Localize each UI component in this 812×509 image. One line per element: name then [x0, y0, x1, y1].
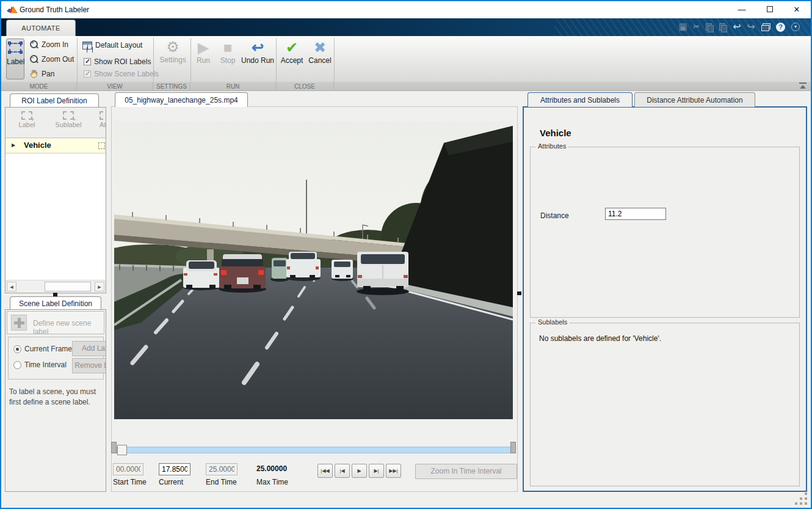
copy-icon[interactable]: [706, 23, 713, 31]
run-button[interactable]: ▶ Run: [194, 40, 212, 65]
remove-label-button[interactable]: Remove Label: [72, 358, 106, 373]
define-scene-label-text: Define new scene label: [33, 319, 104, 336]
scroll-left-icon[interactable]: ◀: [7, 282, 16, 291]
current-time-field[interactable]: [159, 463, 190, 475]
max-time-label: Max Time: [256, 478, 288, 486]
goto-first-frame-button[interactable]: |◀◀: [317, 464, 333, 478]
help-icon[interactable]: ?: [776, 23, 785, 32]
section-close: CLOSE: [276, 82, 334, 90]
close-button[interactable]: ✕: [786, 4, 807, 16]
pan-label: Pan: [42, 70, 54, 78]
radio-selected-icon: [13, 345, 21, 353]
add-label-button[interactable]: Add Label: [72, 341, 106, 356]
roi-attribute-button[interactable]: Attribute: [96, 109, 106, 136]
goto-last-frame-button[interactable]: ▶▶|: [386, 464, 401, 478]
show-roi-labels-checkbox[interactable]: Show ROI Labels: [84, 57, 151, 66]
toolbar-dropdown-icon[interactable]: ▾: [791, 23, 800, 31]
accept-check-icon: ✔: [278, 40, 305, 56]
start-time-field[interactable]: [113, 463, 143, 475]
zoom-out-button[interactable]: − Zoom Out: [29, 54, 74, 64]
current-frame-label: Current Frame: [24, 345, 72, 353]
roi-label-icon: [21, 111, 32, 120]
roi-label-definition-panel: Label Sublabel Attribute ▶ Vehicle ◀ ▶: [5, 107, 106, 293]
redo-icon[interactable]: ↪: [747, 21, 755, 33]
ribbon-tab-automate[interactable]: AUTOMATE: [6, 20, 76, 36]
gear-icon: ⚙: [157, 39, 189, 55]
stop-button[interactable]: ■ Stop: [219, 40, 237, 65]
collapse-ribbon-icon[interactable]: [799, 82, 807, 89]
timeline-thumb[interactable]: [117, 445, 127, 455]
cancel-button[interactable]: ✖ Cancel: [306, 40, 333, 65]
tab-distance-attribute-automation[interactable]: Distance Attribute Automation: [634, 92, 755, 107]
end-time-field[interactable]: [206, 463, 237, 475]
previous-frame-button[interactable]: |◀: [335, 464, 350, 478]
resize-grip[interactable]: [795, 493, 808, 505]
sublabels-fieldset: Sublabels No sublabels are defined for '…: [530, 323, 800, 486]
label-mode-button[interactable]: Label: [6, 38, 24, 79]
accept-label: Accept: [278, 56, 305, 65]
video-source-tab[interactable]: 05_highway_lanechange_25s.mp4: [115, 92, 248, 107]
roi-sublabel-icon: [63, 111, 74, 120]
matlab-logo-icon: [7, 5, 18, 15]
vehicle-color-swatch: [530, 128, 535, 139]
roi-sublabel-button[interactable]: Sublabel: [51, 109, 86, 136]
time-interval-radio[interactable]: Time Interval: [13, 361, 67, 369]
stop-label: Stop: [219, 56, 237, 65]
timeline-track[interactable]: [117, 447, 511, 453]
paste-icon[interactable]: [719, 23, 727, 31]
scrollbar-thumb[interactable]: [45, 282, 91, 291]
end-time-label: End Time: [206, 478, 237, 486]
maximize-button[interactable]: [759, 4, 780, 16]
scroll-right-icon[interactable]: ▶: [95, 282, 104, 291]
scene-label-definition-tab[interactable]: Scene Label Definition: [10, 296, 101, 310]
roi-horizontal-scrollbar[interactable]: ◀ ▶: [5, 280, 106, 293]
time-interval-label: Time Interval: [24, 361, 67, 369]
pan-button[interactable]: Pan: [29, 69, 54, 78]
max-time-value: 25.00000: [256, 464, 287, 473]
save-icon[interactable]: [679, 23, 687, 31]
settings-button[interactable]: ⚙ Settings: [157, 39, 189, 64]
current-frame-radio[interactable]: Current Frame: [13, 345, 72, 353]
roi-dashed-box-icon[interactable]: [98, 142, 105, 149]
section-separator: [276, 38, 277, 82]
section-separator: [77, 38, 78, 82]
roi-item-list[interactable]: [5, 154, 106, 280]
roi-label-caption: Label: [9, 121, 45, 128]
run-label: Run: [194, 56, 212, 65]
tab-attributes-and-sublabels[interactable]: Attributes and Sublabels: [527, 92, 633, 107]
roi-rect-icon: [9, 43, 21, 53]
define-scene-label-button[interactable]: Define new scene label: [7, 311, 104, 334]
section-separator: [334, 38, 335, 82]
undo-icon[interactable]: ↩: [733, 21, 741, 33]
default-layout-button[interactable]: Default Layout: [82, 41, 142, 49]
show-scene-labels-checkbox[interactable]: Show Scene Labels: [84, 70, 159, 78]
zoom-out-icon: −: [29, 54, 38, 64]
expander-icon[interactable]: ▶: [12, 142, 15, 148]
layout-windows-icon[interactable]: [761, 23, 770, 31]
scene-apply-group: Current Frame Time Interval Add Label Re…: [8, 337, 104, 379]
panel-splitter-handle[interactable]: [517, 291, 521, 295]
accept-button[interactable]: ✔ Accept: [278, 40, 305, 65]
roi-toolbar: Label Sublabel Attribute: [5, 108, 106, 138]
interval-start-handle[interactable]: [111, 442, 117, 453]
distance-input[interactable]: [605, 208, 666, 220]
next-frame-button[interactable]: ▶|: [369, 464, 384, 478]
cut-icon[interactable]: ✂: [693, 21, 700, 33]
roi-item-vehicle[interactable]: ▶ Vehicle: [5, 139, 106, 153]
interval-end-handle[interactable]: [510, 442, 516, 453]
video-frame[interactable]: [114, 121, 513, 419]
section-separator: [190, 38, 191, 82]
start-time-label: Start Time: [113, 478, 147, 486]
roi-label-definition-tab[interactable]: ROI Label Definition: [10, 93, 99, 108]
minimize-button[interactable]: —: [731, 4, 752, 16]
video-annotations: [114, 121, 513, 419]
zoom-in-button[interactable]: + Zoom In: [29, 40, 68, 49]
undo-run-button[interactable]: ↩ Undo Run: [241, 40, 275, 65]
radio-unselected-icon: [13, 361, 21, 369]
attributes-panel: Vehicle Attributes Distance Sublabels No…: [523, 106, 807, 492]
pan-hand-icon: [29, 69, 38, 78]
play-button[interactable]: ▶: [352, 464, 367, 478]
roi-label-button[interactable]: Label: [9, 109, 45, 136]
zoom-in-time-interval-button[interactable]: Zoom In Time Interval: [415, 464, 517, 479]
cancel-x-icon: ✖: [306, 40, 333, 56]
